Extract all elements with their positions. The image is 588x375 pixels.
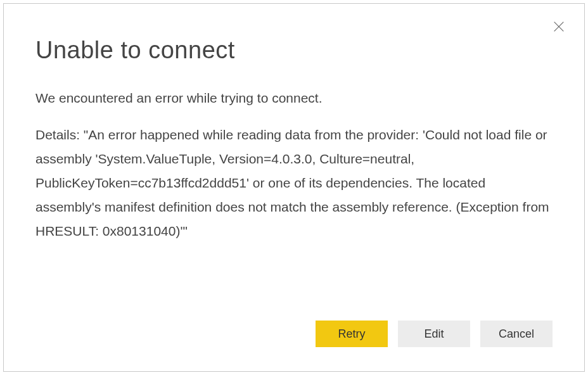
dialog-details: Details: "An error happened while readin… bbox=[35, 123, 553, 244]
edit-button[interactable]: Edit bbox=[398, 321, 470, 347]
dialog-title: Unable to connect bbox=[35, 37, 553, 64]
error-dialog: Unable to connect We encountered an erro… bbox=[3, 3, 585, 372]
cancel-button[interactable]: Cancel bbox=[480, 321, 553, 347]
retry-button[interactable]: Retry bbox=[316, 321, 388, 347]
close-button[interactable] bbox=[550, 18, 568, 35]
dialog-message: We encountered an error while trying to … bbox=[35, 88, 553, 109]
close-icon bbox=[552, 20, 566, 34]
button-row: Retry Edit Cancel bbox=[316, 321, 553, 347]
